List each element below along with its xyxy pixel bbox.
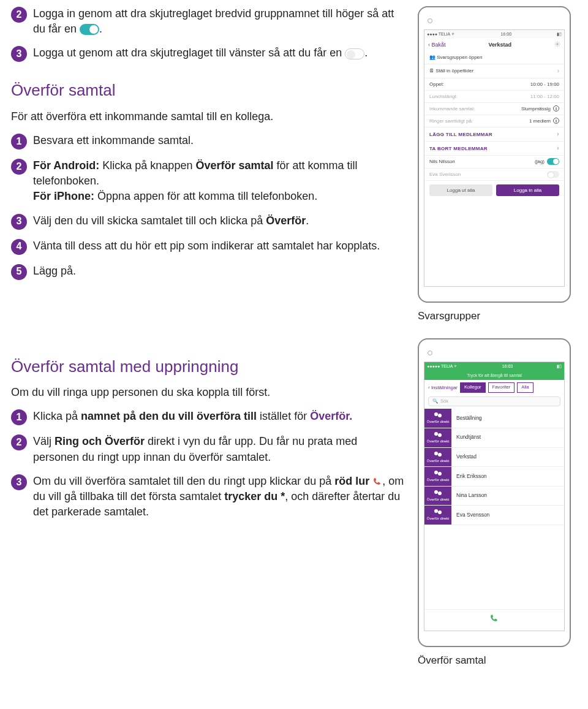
- toggle-on-icon: [80, 24, 99, 35]
- chevron-right-icon: ›: [557, 130, 559, 138]
- tab-kollegor[interactable]: Kollegor: [460, 382, 486, 393]
- row-inkommande: Inkommande samtal: Slumpmässigi: [424, 103, 564, 115]
- svg-point-0: [557, 44, 559, 45]
- search-input[interactable]: 🔍 Sök: [428, 396, 560, 407]
- step-badge: 3: [11, 46, 27, 62]
- step-badge: 1: [11, 134, 27, 150]
- step-text-after: .: [364, 47, 368, 59]
- info-icon[interactable]: i: [553, 105, 559, 112]
- step-text: Vänta till dess att du hör ett pip som i…: [33, 238, 405, 254]
- carrier: ●●●●● TELIA ᯤ: [427, 363, 458, 370]
- battery-icon: ▮▯: [557, 363, 562, 370]
- s1-step-4: 4 Vänta till dess att du hör ett pip som…: [11, 238, 405, 255]
- label-android: För Android:: [33, 159, 102, 172]
- back-button[interactable]: ‹ Inställningar: [428, 384, 458, 391]
- member-toggle[interactable]: [547, 171, 559, 178]
- info-icon[interactable]: i: [553, 118, 559, 124]
- section-intro: Om du vill ringa upp personen du ska kop…: [11, 385, 405, 400]
- carrier: ●●●● TELIA ᯤ: [427, 31, 456, 37]
- chevron-right-icon: ›: [557, 67, 559, 75]
- overfor-direkt-button[interactable]: Överför direkt: [424, 467, 451, 486]
- phone-camera-icon: [428, 18, 432, 23]
- overfor-direkt-button[interactable]: Överför direkt: [424, 487, 451, 506]
- back-button[interactable]: ‹ Bakåt: [428, 41, 446, 49]
- overfor-direkt-button[interactable]: Överför direkt: [424, 506, 451, 525]
- chevron-right-icon: ›: [557, 144, 559, 153]
- step-badge: 5: [11, 264, 27, 280]
- step-text-after: .: [99, 23, 102, 35]
- step-badge: 1: [11, 409, 27, 425]
- step-text: Lägg på.: [33, 264, 405, 279]
- status-bar-green: ●●●●● TELIA ᯤ 16:03 ▮▯: [424, 362, 564, 371]
- contact-name: Beställning: [451, 410, 564, 427]
- step-badge: 4: [11, 239, 27, 255]
- logga-in-alla-button[interactable]: Logga in alla: [496, 184, 559, 196]
- overfor-direkt-button[interactable]: Överför direkt: [424, 428, 451, 447]
- phone-camera-icon: [428, 351, 432, 355]
- member-row-nils: Nils Nilsson (jag): [424, 156, 564, 168]
- phone-mock-svarsgrupper: ●●●● TELIA ᯤ 16:00 ▮▯ ‹ Bakåt Verkstad 👥…: [418, 6, 571, 303]
- battery-icon: ▮▯: [557, 31, 562, 37]
- row-tabort-medlemmar[interactable]: TA BORT MEDLEMMAR›: [424, 142, 564, 156]
- s1-step-3: 3 Välj den du vill skicka samtalet till …: [11, 213, 405, 230]
- intro-step-2: 2 Logga in genom att dra skjutreglaget b…: [11, 6, 405, 37]
- contact-name: Erik Eriksson: [451, 468, 564, 485]
- contact-row[interactable]: Överför direktEva Svensson: [424, 506, 564, 525]
- overfor-direkt-button[interactable]: Överför direkt: [424, 448, 451, 467]
- phone-caption: Överför samtal: [418, 653, 577, 668]
- gear-icon[interactable]: [554, 41, 560, 50]
- people-icon: [434, 490, 442, 496]
- contact-name: Eva Svensson: [451, 507, 564, 524]
- call-button[interactable]: [424, 609, 564, 631]
- toggle-off-icon: [345, 48, 364, 59]
- contact-name: Verkstad: [451, 449, 564, 466]
- search-icon: 🔍: [432, 398, 438, 405]
- contact-row[interactable]: Överför direktVerkstad: [424, 448, 564, 468]
- contact-name: Nina Larsson: [451, 487, 564, 504]
- clock: 16:03: [502, 363, 513, 370]
- overfor-direkt-button[interactable]: Överför direkt: [424, 409, 451, 428]
- phone-mock-overfor: ●●●●● TELIA ᯤ 16:03 ▮▯ Tryck för att åte…: [418, 338, 571, 647]
- contact-row[interactable]: Överför direktBeställning: [424, 409, 564, 428]
- member-row-eva: Eva Svensson: [424, 169, 564, 181]
- contact-row[interactable]: Överför direktKundtjänst: [424, 428, 564, 448]
- step-badge: 2: [11, 7, 27, 23]
- member-toggle[interactable]: [547, 158, 559, 165]
- contact-name: Kundtjänst: [451, 429, 564, 446]
- s1-step-1: 1 Besvara ett inkommande samtal.: [11, 133, 405, 150]
- section-title-uppringning: Överför samtal med uppringning: [11, 355, 405, 377]
- step-badge: 2: [11, 159, 27, 175]
- s2-step-1: 1 Klicka på namnet på den du vill överfö…: [11, 409, 405, 425]
- row-oppet: Öppet:10:00 - 19:00: [424, 78, 564, 91]
- navbar: ‹ Bakåt Verkstad: [424, 39, 564, 52]
- step-text: Logga ut genom att dra skjutreglaget til…: [33, 47, 345, 59]
- red-phone-icon: [372, 477, 382, 487]
- logga-ut-alla-button[interactable]: Logga ut alla: [429, 184, 492, 196]
- contact-row[interactable]: Överför direktNina Larsson: [424, 487, 564, 506]
- label-iphone: För iPhone:: [33, 190, 97, 202]
- step-badge: 3: [11, 214, 27, 230]
- s2-step-2: 2 Välj Ring och Överför direkt i vyn du …: [11, 434, 405, 464]
- intro-step-3: 3 Logga ut genom att dra skjutreglaget t…: [11, 45, 405, 62]
- row-lunch: Lunchstängt:11:00 - 12:00: [424, 91, 564, 103]
- contact-row[interactable]: Överför direktErik Eriksson: [424, 467, 564, 487]
- status-bar: ●●●● TELIA ᯤ 16:00 ▮▯: [424, 30, 564, 39]
- row-stall-oppettider[interactable]: 🗓 Ställ in öppettider ›: [424, 64, 564, 78]
- people-icon: [434, 509, 442, 515]
- tab-alla[interactable]: Alla: [517, 382, 533, 393]
- step-badge: 3: [11, 474, 27, 490]
- nav-title: Verkstad: [488, 41, 511, 49]
- step-badge: 2: [11, 434, 27, 450]
- tab-favoriter[interactable]: Favoriter: [488, 382, 515, 393]
- s1-step-2: 2 För Android: Klicka på knappen Överför…: [11, 158, 405, 205]
- clock: 16:00: [501, 31, 512, 37]
- row-svarsgrupp[interactable]: 👥 Svarsgruppen öppen: [424, 51, 564, 64]
- people-icon: [434, 452, 442, 458]
- step-text: Besvara ett inkommande samtal.: [33, 133, 405, 148]
- row-ringer: Ringer samtidigt på: 1 medlemi: [424, 115, 564, 127]
- people-icon: [434, 432, 442, 438]
- row-lagg-medlemmar[interactable]: LÄGG TILL MEDLEMMAR›: [424, 127, 564, 142]
- return-to-call-bar[interactable]: Tryck för att återgå till samtal: [424, 371, 564, 381]
- nav-segment: ‹ Inställningar Kollegor Favoriter Alla: [424, 380, 564, 395]
- people-icon: [434, 471, 442, 477]
